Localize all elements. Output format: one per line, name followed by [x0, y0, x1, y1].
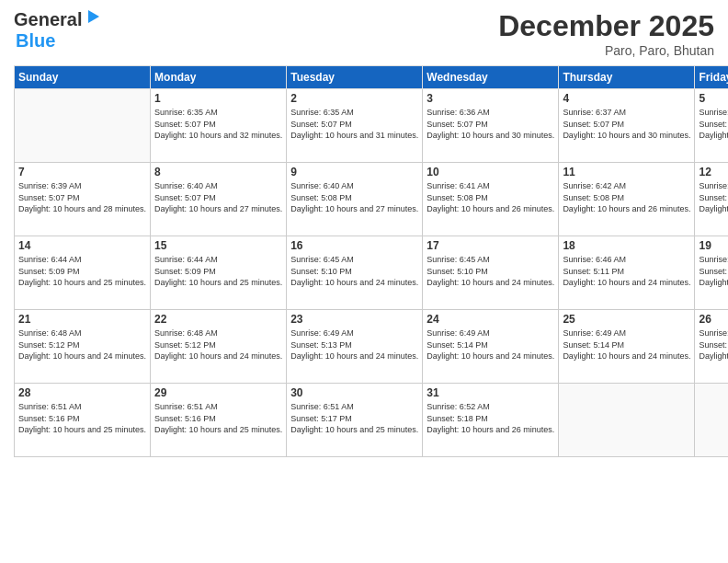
calendar-cell: 8Sunrise: 6:40 AMSunset: 5:07 PMDaylight…: [151, 163, 287, 236]
calendar-cell: 26Sunrise: 6:50 AMSunset: 5:15 PMDayligh…: [695, 310, 728, 384]
calendar-cell: 7Sunrise: 6:39 AMSunset: 5:07 PMDaylight…: [15, 163, 151, 236]
day-number: 31: [427, 386, 554, 399]
calendar-cell: 11Sunrise: 6:42 AMSunset: 5:08 PMDayligh…: [559, 163, 695, 236]
calendar-week-row: 28Sunrise: 6:51 AMSunset: 5:16 PMDayligh…: [15, 384, 729, 457]
calendar-week-row: 1Sunrise: 6:35 AMSunset: 5:07 PMDaylight…: [15, 89, 729, 163]
day-info: Sunrise: 6:39 AMSunset: 5:07 PMDaylight:…: [18, 180, 146, 215]
day-of-week-header: Wednesday: [423, 66, 559, 89]
day-number: 18: [563, 239, 690, 252]
day-of-week-header: Friday: [695, 66, 728, 89]
day-info: Sunrise: 6:40 AMSunset: 5:07 PMDaylight:…: [154, 180, 282, 215]
calendar-cell: 19Sunrise: 6:47 AMSunset: 5:11 PMDayligh…: [695, 236, 728, 310]
calendar-cell: 23Sunrise: 6:49 AMSunset: 5:13 PMDayligh…: [287, 310, 423, 384]
day-of-week-header: Sunday: [15, 66, 151, 89]
day-number: 15: [154, 239, 282, 252]
day-number: 16: [290, 239, 418, 252]
day-info: Sunrise: 6:35 AMSunset: 5:07 PMDaylight:…: [290, 107, 418, 142]
day-number: 14: [18, 239, 146, 252]
day-number: 29: [154, 386, 282, 399]
day-number: 25: [563, 313, 690, 326]
svg-marker-0: [88, 10, 99, 23]
calendar-cell: 4Sunrise: 6:37 AMSunset: 5:07 PMDaylight…: [559, 89, 695, 163]
day-number: 28: [18, 386, 146, 399]
day-number: 3: [427, 92, 554, 105]
day-info: Sunrise: 6:49 AMSunset: 5:14 PMDaylight:…: [563, 327, 690, 362]
logo-line1: General: [14, 9, 101, 30]
logo: General Blue: [14, 9, 101, 52]
calendar-table: SundayMondayTuesdayWednesdayThursdayFrid…: [14, 65, 728, 457]
location: Paro, Paro, Bhutan: [498, 43, 714, 58]
day-info: Sunrise: 6:46 AMSunset: 5:11 PMDaylight:…: [563, 254, 690, 289]
calendar-cell: [15, 89, 151, 163]
calendar-cell: 25Sunrise: 6:49 AMSunset: 5:14 PMDayligh…: [559, 310, 695, 384]
day-info: Sunrise: 6:47 AMSunset: 5:11 PMDaylight:…: [699, 254, 728, 289]
day-info: Sunrise: 6:51 AMSunset: 5:17 PMDaylight:…: [290, 401, 418, 436]
day-info: Sunrise: 6:37 AMSunset: 5:07 PMDaylight:…: [563, 107, 690, 142]
logo-general: General: [14, 9, 82, 30]
day-number: 23: [290, 313, 418, 326]
calendar-cell: 2Sunrise: 6:35 AMSunset: 5:07 PMDaylight…: [287, 89, 423, 163]
day-info: Sunrise: 6:45 AMSunset: 5:10 PMDaylight:…: [427, 254, 554, 289]
calendar-week-row: 14Sunrise: 6:44 AMSunset: 5:09 PMDayligh…: [15, 236, 729, 310]
day-number: 9: [290, 166, 418, 178]
calendar-week-row: 7Sunrise: 6:39 AMSunset: 5:07 PMDaylight…: [15, 163, 729, 236]
day-of-week-header: Thursday: [559, 66, 695, 89]
day-number: 17: [427, 239, 554, 252]
calendar-cell: 28Sunrise: 6:51 AMSunset: 5:16 PMDayligh…: [15, 384, 151, 457]
day-number: 10: [427, 166, 554, 178]
day-info: Sunrise: 6:50 AMSunset: 5:15 PMDaylight:…: [699, 327, 728, 362]
day-info: Sunrise: 6:42 AMSunset: 5:09 PMDaylight:…: [699, 180, 728, 215]
day-number: 22: [154, 313, 282, 326]
calendar-cell: 1Sunrise: 6:35 AMSunset: 5:07 PMDaylight…: [151, 89, 287, 163]
day-info: Sunrise: 6:52 AMSunset: 5:18 PMDaylight:…: [427, 401, 554, 436]
header: General Blue December 2025 Paro, Paro, B…: [14, 9, 714, 58]
day-number: 26: [699, 313, 728, 326]
logo-blue: Blue: [16, 30, 55, 52]
calendar-cell: 5Sunrise: 6:38 AMSunset: 5:07 PMDaylight…: [695, 89, 728, 163]
day-info: Sunrise: 6:44 AMSunset: 5:09 PMDaylight:…: [18, 254, 146, 289]
day-number: 19: [699, 239, 728, 252]
day-info: Sunrise: 6:51 AMSunset: 5:16 PMDaylight:…: [154, 401, 282, 436]
day-info: Sunrise: 6:41 AMSunset: 5:08 PMDaylight:…: [427, 180, 554, 215]
month-title: December 2025: [498, 9, 714, 43]
day-number: 5: [699, 92, 728, 105]
calendar-cell: 21Sunrise: 6:48 AMSunset: 5:12 PMDayligh…: [15, 310, 151, 384]
day-number: 12: [699, 166, 728, 178]
calendar-cell: 22Sunrise: 6:48 AMSunset: 5:12 PMDayligh…: [151, 310, 287, 384]
day-info: Sunrise: 6:48 AMSunset: 5:12 PMDaylight:…: [18, 327, 146, 362]
day-info: Sunrise: 6:36 AMSunset: 5:07 PMDaylight:…: [427, 107, 554, 142]
calendar-cell: 24Sunrise: 6:49 AMSunset: 5:14 PMDayligh…: [423, 310, 559, 384]
logo-arrow-icon: [85, 8, 101, 29]
calendar-cell: 31Sunrise: 6:52 AMSunset: 5:18 PMDayligh…: [423, 384, 559, 457]
day-info: Sunrise: 6:49 AMSunset: 5:14 PMDaylight:…: [427, 327, 554, 362]
title-section: December 2025 Paro, Paro, Bhutan: [498, 9, 714, 58]
calendar-cell: 12Sunrise: 6:42 AMSunset: 5:09 PMDayligh…: [695, 163, 728, 236]
day-info: Sunrise: 6:48 AMSunset: 5:12 PMDaylight:…: [154, 327, 282, 362]
calendar-header-row: SundayMondayTuesdayWednesdayThursdayFrid…: [15, 66, 729, 89]
day-number: 30: [290, 386, 418, 399]
day-number: 1: [154, 92, 282, 105]
calendar-cell: 9Sunrise: 6:40 AMSunset: 5:08 PMDaylight…: [287, 163, 423, 236]
day-number: 21: [18, 313, 146, 326]
calendar-cell: 29Sunrise: 6:51 AMSunset: 5:16 PMDayligh…: [151, 384, 287, 457]
day-info: Sunrise: 6:44 AMSunset: 5:09 PMDaylight:…: [154, 254, 282, 289]
calendar-cell: 15Sunrise: 6:44 AMSunset: 5:09 PMDayligh…: [151, 236, 287, 310]
page: General Blue December 2025 Paro, Paro, B…: [0, 0, 728, 563]
calendar-week-row: 21Sunrise: 6:48 AMSunset: 5:12 PMDayligh…: [15, 310, 729, 384]
day-info: Sunrise: 6:35 AMSunset: 5:07 PMDaylight:…: [154, 107, 282, 142]
calendar-cell: 14Sunrise: 6:44 AMSunset: 5:09 PMDayligh…: [15, 236, 151, 310]
day-info: Sunrise: 6:49 AMSunset: 5:13 PMDaylight:…: [290, 327, 418, 362]
calendar-cell: 16Sunrise: 6:45 AMSunset: 5:10 PMDayligh…: [287, 236, 423, 310]
day-of-week-header: Tuesday: [287, 66, 423, 89]
day-number: 4: [563, 92, 690, 105]
day-number: 8: [154, 166, 282, 178]
calendar-cell: [559, 384, 695, 457]
day-info: Sunrise: 6:38 AMSunset: 5:07 PMDaylight:…: [699, 107, 728, 142]
calendar-cell: 30Sunrise: 6:51 AMSunset: 5:17 PMDayligh…: [287, 384, 423, 457]
day-info: Sunrise: 6:51 AMSunset: 5:16 PMDaylight:…: [18, 401, 146, 436]
calendar-cell: [695, 384, 728, 457]
calendar-cell: 18Sunrise: 6:46 AMSunset: 5:11 PMDayligh…: [559, 236, 695, 310]
day-of-week-header: Monday: [151, 66, 287, 89]
day-number: 2: [290, 92, 418, 105]
day-info: Sunrise: 6:40 AMSunset: 5:08 PMDaylight:…: [290, 180, 418, 215]
